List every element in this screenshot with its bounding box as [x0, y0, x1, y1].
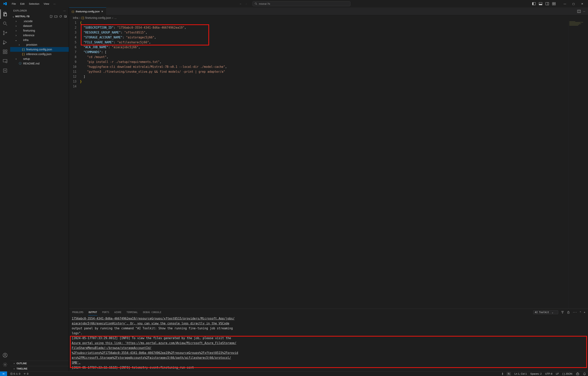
- command-center[interactable]: mistral-7b: [252, 1, 350, 6]
- status-cursor-indicator-icon[interactable]: ǂ: [502, 372, 503, 375]
- chevron-right-icon: ›: [15, 20, 17, 23]
- activity-search-icon[interactable]: [0, 19, 10, 28]
- panel-more-icon[interactable]: ···: [573, 311, 577, 314]
- notifications-icon[interactable]: [583, 372, 586, 376]
- status-language[interactable]: { } JSON: [562, 372, 572, 375]
- file-tree: ›.vscode›dataset›finetuning›inference⌄in…: [10, 19, 69, 361]
- svg-rect-12: [554, 4, 556, 5]
- output-channel-select[interactable]: AI Toolkit ⌄: [533, 310, 558, 314]
- error-icon: ⓧ: [10, 372, 13, 376]
- panel-tab-ports[interactable]: PORTS: [102, 309, 110, 315]
- svg-point-36: [577, 374, 578, 374]
- svg-point-28: [4, 364, 6, 366]
- tree-file[interactable]: ⓘREADME.md: [10, 61, 69, 66]
- status-ports[interactable]: 0: [23, 372, 28, 375]
- breadcrumb[interactable]: infra › { } finetuning.config.json › ...: [69, 15, 588, 21]
- menu-more-icon[interactable]: ···: [52, 1, 58, 6]
- minimap[interactable]: [568, 21, 588, 309]
- breadcrumb-item[interactable]: finetuning.config.json: [85, 16, 111, 19]
- menu-view[interactable]: View: [42, 1, 51, 6]
- remote-indicator-icon[interactable]: [0, 372, 7, 376]
- status-eol[interactable]: LF: [556, 372, 559, 375]
- copilot-icon[interactable]: [576, 372, 579, 376]
- svg-rect-21: [5, 52, 7, 54]
- activity-remote-explorer-icon[interactable]: [0, 56, 10, 66]
- timeline-section[interactable]: › TIMELINE: [10, 366, 69, 371]
- lock-icon[interactable]: [567, 311, 570, 314]
- tree-item-label: README.md: [23, 62, 39, 65]
- activity-extensions-icon[interactable]: [0, 47, 10, 56]
- activity-settings-icon[interactable]: [0, 360, 10, 369]
- svg-point-27: [4, 354, 6, 355]
- chevron-down-icon: ⌄: [15, 38, 17, 42]
- editor-more-icon[interactable]: ···: [583, 10, 585, 13]
- panel-maximize-icon[interactable]: ⌃: [580, 311, 581, 314]
- tree-file[interactable]: { }finetuning.config.json: [10, 47, 69, 52]
- svg-point-37: [578, 374, 578, 374]
- new-folder-icon[interactable]: [54, 15, 57, 18]
- customize-layout-icon[interactable]: [552, 1, 556, 6]
- tree-item-label: inference: [23, 34, 34, 37]
- editor-tab[interactable]: { } finetuning.config.json ✕: [69, 8, 106, 15]
- sidebar-more-icon[interactable]: ···: [63, 10, 66, 12]
- chevron-right-icon: ›: [15, 29, 17, 32]
- status-problems[interactable]: ⓧ0 ⚠0: [10, 372, 20, 376]
- tree-folder[interactable]: ›inference: [10, 33, 69, 38]
- status-ln-col[interactable]: Ln 1, Col 1: [514, 372, 527, 375]
- panel-tab-debug-console[interactable]: DEBUG CONSOLE: [143, 309, 162, 315]
- filter-icon[interactable]: [561, 311, 564, 314]
- radio-tower-icon: [23, 373, 26, 375]
- workspace-root[interactable]: MISTRAL-7B: [15, 15, 30, 18]
- output-content[interactable]: 1756abc0-3554-4341-8d6a-46674962ea19/res…: [69, 316, 588, 371]
- toggle-secondary-sidebar-icon[interactable]: [545, 1, 550, 6]
- tree-folder[interactable]: ›setup: [10, 56, 69, 61]
- status-zoom-icon[interactable]: [507, 372, 511, 376]
- activity-explorer-icon[interactable]: [0, 10, 10, 19]
- collapse-all-icon[interactable]: [64, 15, 67, 18]
- vscode-logo-icon: [3, 2, 7, 6]
- chevron-down-icon[interactable]: ⌄: [12, 15, 14, 18]
- status-encoding[interactable]: UTF-8: [545, 372, 552, 375]
- split-editor-icon[interactable]: [577, 10, 581, 13]
- panel-close-icon[interactable]: ✕: [584, 311, 585, 314]
- tree-folder[interactable]: ›finetuning: [10, 28, 69, 33]
- tree-file[interactable]: { }inference.config.json: [10, 52, 69, 56]
- window-minimize-icon[interactable]: —: [561, 0, 569, 7]
- tree-folder[interactable]: ›provision: [10, 42, 69, 47]
- panel-tab-terminal[interactable]: TERMINAL: [126, 309, 138, 315]
- toggle-primary-sidebar-icon[interactable]: [532, 1, 536, 6]
- activity-ai-toolkit-icon[interactable]: [0, 66, 10, 75]
- tree-item-label: .vscode: [23, 20, 32, 23]
- breadcrumb-item[interactable]: infra: [73, 16, 78, 19]
- outline-section[interactable]: › OUTLINE: [10, 361, 69, 366]
- activity-source-control-icon[interactable]: [0, 28, 10, 38]
- window-close-icon[interactable]: ✕: [578, 0, 587, 7]
- activity-run-debug-icon[interactable]: [0, 38, 10, 47]
- panel-tab-azure[interactable]: AZURE: [114, 309, 122, 315]
- json-icon: { }: [21, 52, 25, 56]
- svg-rect-9: [552, 2, 554, 3]
- tree-folder[interactable]: ⌄infra: [10, 38, 69, 42]
- svg-rect-10: [554, 2, 556, 3]
- tree-folder[interactable]: ›.vscode: [10, 19, 69, 23]
- menu-edit[interactable]: Edit: [18, 1, 26, 6]
- close-icon[interactable]: ✕: [101, 10, 103, 13]
- activity-accounts-icon[interactable]: [0, 351, 10, 360]
- breadcrumb-item[interactable]: ...: [114, 16, 117, 19]
- svg-rect-20: [3, 52, 5, 54]
- panel-tab-output[interactable]: OUTPUT: [88, 309, 97, 315]
- code-editor[interactable]: 1234567891011121314 { "SUBSCRIPTION_ID":…: [69, 21, 588, 309]
- status-indentation[interactable]: Spaces: 2: [530, 372, 542, 375]
- new-file-icon[interactable]: [50, 15, 53, 18]
- chevron-right-icon: ›: [15, 57, 17, 60]
- nav-forward-icon[interactable]: →: [244, 2, 248, 6]
- refresh-icon[interactable]: [59, 15, 62, 18]
- window-maximize-icon[interactable]: ▢: [569, 0, 578, 7]
- menu-file[interactable]: File: [10, 1, 18, 6]
- nav-back-icon[interactable]: ←: [239, 2, 243, 6]
- panel-tab-problems[interactable]: PROBLEMS: [72, 309, 84, 315]
- menu-selection[interactable]: Selection: [27, 1, 41, 6]
- tree-folder[interactable]: ›dataset: [10, 23, 69, 28]
- toggle-panel-icon[interactable]: [538, 1, 543, 6]
- search-icon: [255, 2, 257, 5]
